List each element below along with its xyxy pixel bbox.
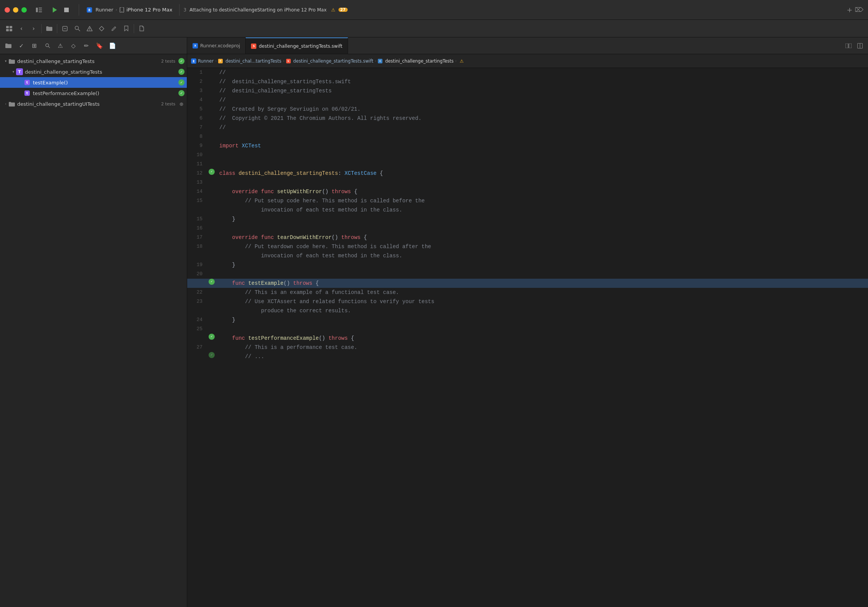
code-line-17: 15 } [187,215,868,224]
svg-rect-9 [121,11,123,12]
folder-icon[interactable] [43,23,55,35]
back-icon[interactable]: ‹ [15,23,28,35]
code-editor[interactable]: 1 // 2 // destini_challenge_startingTest… [187,68,868,607]
nav-item-root-badge: 2 tests [161,59,175,64]
svg-text:R: R [88,8,91,12]
bookmark-icon[interactable] [120,23,132,35]
warning-icon[interactable] [83,23,96,35]
runner-device-label[interactable]: R Runner › iPhone 12 Pro Max [84,7,175,13]
line-30-pass-icon[interactable]: ✓ [209,334,215,340]
editor-layout-icon[interactable] [844,41,853,51]
nav-item-suite-label: destini_challenge_startingTests [25,69,178,75]
bc-class[interactable]: destini_challenge_startingTests [385,58,453,64]
editor-tab-bar: X Runner.xcodeproj S destini_challenge_s… [187,37,868,54]
nav-search-small-icon[interactable] [42,40,53,51]
nav-item-testexample-label: testExample() [33,80,178,86]
nav-bookmark-small-icon[interactable]: 🔖 [94,40,105,51]
nav-doc-small-icon[interactable]: 📄 [107,40,118,51]
editor-split-icon[interactable] [855,41,865,51]
sidebar-toggle-icon[interactable] [33,4,45,16]
nav-folder-icon[interactable] [3,40,14,51]
build-status: 3 Attaching to destiniChallengeStarting … [183,7,847,13]
line-32-pass-icon[interactable]: ✓ [209,352,215,358]
nav-item-testperf-label: testPerformanceExample() [33,90,178,96]
navigator-panel: ✓ ⊞ ⚠ ◇ ✏ 🔖 📄 ▾ [0,37,187,607]
code-line-21: invocation of each test method in the cl… [187,251,868,260]
code-line-4: 4 // [187,95,868,105]
line-number-2: 2 [187,77,207,86]
nav-item-root-suite[interactable]: ▾ destini_challenge_startingTests 2 test… [0,56,187,66]
svg-rect-12 [6,29,9,31]
code-line-16: invocation of each test method in the cl… [187,205,868,215]
tab-swift-file[interactable]: S destini_challenge_startingTests.swift [246,37,348,54]
nav-item-testperf[interactable]: t testPerformanceExample() ✓ [0,88,187,98]
nav-item-ui-tests[interactable]: › destini_challenge_startingUITests 2 te… [0,98,187,109]
search-icon[interactable] [71,23,83,35]
bc-runner[interactable]: Runner [198,58,214,64]
bc-warning-icon: ⚠ [460,58,463,64]
folder-icon [8,58,15,65]
line-24-pass-icon[interactable]: ✓ [209,279,215,285]
runner-label: Runner [96,7,113,13]
svg-rect-3 [39,11,42,12]
testexample-status-pass: ✓ [178,79,185,86]
nav-item-testexample[interactable]: t testExample() ✓ [0,77,187,88]
nav-check-icon[interactable]: ✓ [16,40,27,51]
svg-rect-0 [36,8,38,12]
nav-warning-small-icon[interactable]: ⚠ [55,40,66,51]
chevron-right-icon: › [3,102,8,106]
editor-tab-controls [844,37,868,54]
code-line-25: 22 // This is an example of a functional… [187,288,868,297]
code-line-29: 25 [187,324,868,334]
svg-rect-2 [39,10,42,10]
svg-text:R: R [193,60,195,63]
swift-file-icon: S [251,44,256,49]
zoom-button[interactable] [21,7,27,13]
navigator-tree: ▾ destini_challenge_startingTests 2 test… [0,54,187,607]
pencil-icon[interactable] [108,23,120,35]
code-line-2: 2 // destini_challenge_startingTests.swi… [187,77,868,86]
code-line-5: 5 // Created by Sergey Sevriugin on 06/0… [187,105,868,114]
tab-runner-proj[interactable]: X Runner.xcodeproj [187,37,246,54]
divider2 [179,4,180,16]
code-line-26: 23 // Use XCTAssert and related function… [187,297,868,306]
test-method-icon: t [24,80,30,85]
nav-item-uitests-label: destini_challenge_startingUITests [17,101,161,107]
nav-pencil-small-icon[interactable]: ✏ [81,40,92,51]
bc-folder[interactable]: destini_chal...tartingTests [225,58,281,64]
svg-line-21 [48,47,50,48]
stop-button[interactable] [60,4,73,16]
code-line-8: 8 [187,132,868,141]
nav-frame-icon[interactable]: ⊞ [29,40,40,51]
grid-layout-icon[interactable] [3,23,15,35]
code-line-3: 3 // destini_challenge_startingTests [187,86,868,95]
line-12-pass-icon[interactable]: ✓ [209,169,215,175]
diamond-icon[interactable] [96,23,108,35]
forward-icon[interactable]: › [28,23,40,35]
test-perf-icon: t [24,90,30,96]
svg-rect-11 [10,26,12,28]
test-suite-icon: T [16,68,23,75]
code-line-27: produce the correct results. [187,306,868,315]
code-line-11: 11 [187,160,868,169]
bc-swift-file[interactable]: destini_challenge_startingTests.swift [293,58,374,64]
nav-item-uitests-badge: 2 tests [161,102,175,107]
nav-diamond-small-icon[interactable]: ◇ [68,40,79,51]
line-number-1: 1 [187,68,207,77]
svg-line-17 [78,29,80,31]
nav-item-test-suite[interactable]: ▾ T destini_challenge_startingTests ✓ [0,66,187,77]
tab-swift-file-label: destini_challenge_startingTests.swift [259,44,342,49]
tab-runner-proj-label: Runner.xcodeproj [200,43,240,48]
close-button[interactable] [5,7,10,13]
testperf-status-pass: ✓ [178,90,185,96]
minimize-button[interactable] [13,7,18,13]
code-line-7: 7 // [187,123,868,132]
run-button[interactable] [48,4,60,16]
line-content-1: // [216,68,868,77]
minus-icon[interactable] [59,23,71,35]
svg-rect-22 [845,44,848,48]
split-icon[interactable]: ⌦ [855,6,863,13]
doc-icon[interactable] [136,23,148,35]
add-tab-icon[interactable]: + [847,6,852,14]
chevron-down-icon-2: ▾ [11,70,16,74]
